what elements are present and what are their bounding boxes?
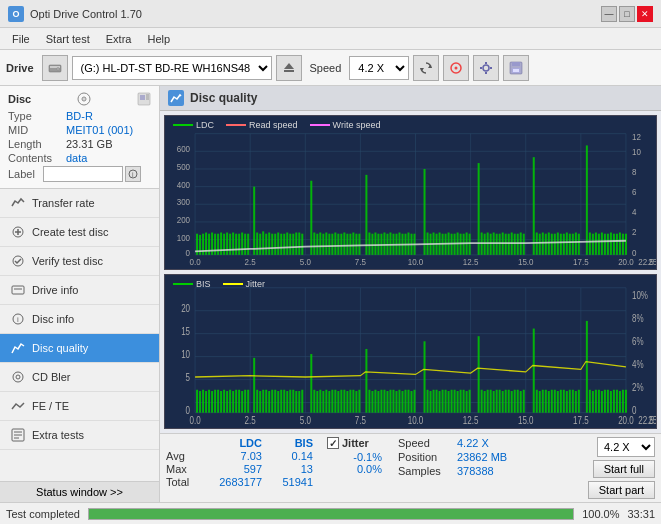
svg-rect-278 — [262, 390, 264, 413]
svg-rect-167 — [460, 234, 462, 255]
speed-select-stats[interactable]: 4.2 X — [597, 437, 655, 457]
svg-rect-297 — [325, 390, 327, 413]
svg-text:4%: 4% — [632, 359, 644, 370]
save-button[interactable] — [503, 55, 529, 81]
legend-bis: BIS — [173, 279, 211, 289]
speed-label-stat: Speed — [398, 437, 453, 449]
svg-rect-364 — [551, 390, 553, 413]
svg-text:i: i — [132, 171, 134, 178]
svg-rect-141 — [374, 233, 376, 255]
svg-rect-111 — [274, 234, 276, 255]
svg-rect-368 — [563, 390, 565, 413]
svg-rect-340 — [466, 391, 468, 413]
settings-button[interactable] — [473, 55, 499, 81]
svg-rect-355 — [517, 390, 519, 413]
svg-rect-118 — [295, 233, 297, 255]
svg-text:300: 300 — [177, 197, 190, 208]
disc-button[interactable] — [443, 55, 469, 81]
label-input[interactable] — [43, 166, 123, 182]
drive-icon-btn[interactable] — [42, 55, 68, 81]
svg-rect-112 — [277, 233, 279, 255]
svg-rect-190 — [542, 233, 544, 255]
window-controls: — □ ✕ — [601, 6, 653, 22]
svg-text:0.0: 0.0 — [189, 415, 200, 426]
svg-rect-353 — [511, 391, 513, 413]
menu-start-test[interactable]: Start test — [38, 31, 98, 47]
svg-rect-12 — [480, 67, 482, 69]
maximize-button[interactable]: □ — [619, 6, 635, 22]
sidebar-item-disc-info[interactable]: i Disc info — [0, 305, 159, 334]
minimize-button[interactable]: — — [601, 6, 617, 22]
svg-rect-329 — [433, 390, 435, 413]
avg-bis: 0.14 — [268, 450, 313, 462]
svg-text:i: i — [17, 315, 19, 324]
eject-button[interactable] — [276, 55, 302, 81]
sidebar-item-drive-info[interactable]: Drive info — [0, 276, 159, 305]
svg-rect-126 — [325, 233, 327, 255]
svg-rect-352 — [508, 390, 510, 413]
disc-icon2 — [137, 92, 151, 106]
drive-select[interactable]: (G:) HL-DT-ST BD-RE WH16NS48 1.D3 — [72, 56, 272, 80]
sidebar-item-extra-tests[interactable]: Extra tests — [0, 421, 159, 450]
speed-select-toolbar[interactable]: 4.2 X — [349, 56, 409, 80]
charts-area: LDC Read speed Write speed — [160, 111, 661, 433]
svg-text:8: 8 — [632, 166, 637, 177]
max-label: Max — [166, 463, 201, 475]
svg-rect-282 — [274, 390, 276, 413]
menu-extra[interactable]: Extra — [98, 31, 140, 47]
svg-rect-90 — [208, 234, 210, 255]
legend-ldc: LDC — [173, 120, 214, 130]
max-ldc: 597 — [207, 463, 262, 475]
svg-rect-119 — [298, 233, 300, 255]
svg-rect-319 — [395, 391, 397, 413]
svg-rect-331 — [439, 391, 441, 413]
svg-point-37 — [16, 375, 20, 379]
sidebar-nav: Transfer rate Create test disc Verify te… — [0, 189, 159, 450]
menu-help[interactable]: Help — [139, 31, 178, 47]
sidebar-item-create-test-disc[interactable]: Create test disc — [0, 218, 159, 247]
label-label: Label — [8, 168, 43, 180]
svg-rect-279 — [265, 390, 267, 413]
svg-rect-117 — [292, 234, 294, 255]
svg-text:100: 100 — [177, 232, 190, 243]
label-browse-button[interactable]: i — [125, 166, 141, 182]
svg-rect-213 — [616, 234, 618, 255]
svg-rect-316 — [386, 391, 388, 413]
sidebar-item-verify-test-disc[interactable]: Verify test disc — [0, 247, 159, 276]
drive-label: Drive — [6, 62, 34, 74]
svg-point-36 — [13, 372, 23, 382]
refresh-button[interactable] — [413, 55, 439, 81]
svg-point-2 — [56, 67, 59, 70]
svg-rect-365 — [554, 390, 556, 413]
svg-point-8 — [455, 66, 458, 69]
sidebar-item-fe-te[interactable]: FE / TE — [0, 392, 159, 421]
jitter-checkbox[interactable]: ✓ — [327, 437, 339, 449]
sidebar-item-transfer-rate[interactable]: Transfer rate — [0, 189, 159, 218]
svg-text:15: 15 — [181, 326, 190, 337]
menu-file[interactable]: File — [4, 31, 38, 47]
svg-text:500: 500 — [177, 162, 190, 173]
svg-rect-93 — [217, 234, 219, 255]
svg-rect-375 — [589, 390, 591, 413]
start-part-button[interactable]: Start part — [588, 481, 655, 499]
svg-rect-310 — [368, 390, 370, 413]
sidebar-item-cd-bler[interactable]: CD Bler — [0, 363, 159, 392]
sidebar-item-disc-quality[interactable]: Disc quality — [0, 334, 159, 363]
status-window-button[interactable]: Status window >> — [0, 481, 159, 502]
svg-rect-258 — [199, 391, 201, 413]
svg-rect-357 — [523, 390, 525, 413]
close-button[interactable]: ✕ — [637, 6, 653, 22]
speed-label: Speed — [310, 62, 342, 74]
svg-rect-307 — [355, 391, 357, 413]
svg-rect-149 — [398, 233, 400, 255]
svg-rect-320 — [398, 390, 400, 413]
svg-point-9 — [483, 65, 489, 71]
start-full-button[interactable]: Start full — [593, 460, 655, 478]
svg-rect-293 — [313, 390, 315, 413]
svg-rect-113 — [280, 234, 282, 255]
svg-rect-381 — [607, 390, 609, 413]
contents-value: data — [66, 152, 87, 164]
svg-rect-277 — [259, 391, 261, 413]
app-icon: O — [8, 6, 24, 22]
svg-rect-206 — [595, 233, 597, 255]
